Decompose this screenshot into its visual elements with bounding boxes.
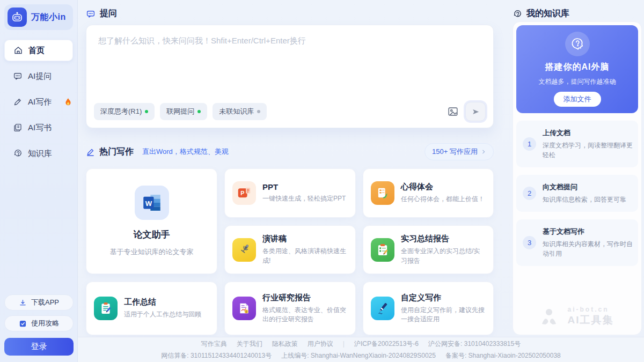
kb-panel-title: 我的知识库 — [526, 8, 569, 19]
sidebar: 万能小in 首页 AI提问 AI写作 AI写书 知识库 下载APP — [0, 0, 78, 362]
footer-netinfo: 网信算备: 310115124334401240013号 — [161, 351, 272, 360]
card-speech[interactable]: 演讲稿 各类用途、风格演讲稿快速生成! — [224, 225, 356, 274]
ai-brain-icon — [565, 32, 590, 56]
sidebar-item-label: AI提问 — [28, 71, 52, 82]
step-desc: 知识库信息检索，回答更可靠 — [543, 195, 634, 204]
more-apps-label: 150+ 写作应用 — [432, 147, 478, 157]
guide-check-icon — [19, 320, 27, 328]
ppt-icon: P — [232, 181, 256, 205]
guide-label: 使用攻略 — [31, 319, 59, 328]
deep-think-toggle[interactable]: 深度思考(R1) — [94, 103, 155, 120]
kb-step-upload: 1 上传文档 深度文档学习，阅读整理翻译更轻松 — [516, 121, 638, 167]
download-app-label: 下载APP — [31, 298, 59, 307]
footer-link-privacy-policy[interactable]: 隐私政策 — [272, 339, 298, 349]
watermark-line2: AI工具集 — [568, 313, 614, 327]
footer-link-about-us[interactable]: 关于我们 — [237, 339, 262, 349]
send-button[interactable] — [465, 102, 486, 121]
footer-link-user-agreement[interactable]: 用户协议 — [308, 339, 333, 349]
footer-link-writing-treasury[interactable]: 写作宝典 — [201, 339, 227, 349]
card-title: 自定义写作 — [401, 293, 486, 303]
svg-text:W: W — [145, 200, 152, 208]
card-desc: 全面专业深入的实习总结/实习报告 — [401, 247, 486, 265]
step-number: 1 — [523, 137, 536, 151]
guide-button[interactable]: 使用攻略 — [4, 315, 74, 331]
report-chart-icon: $ — [232, 297, 256, 320]
app-logo[interactable]: 万能小in — [4, 4, 73, 30]
card-title: 心得体会 — [401, 182, 485, 192]
download-icon — [19, 299, 27, 307]
pencil-icon — [13, 97, 23, 107]
card-desc: 基于专业知识库的论文专家 — [110, 247, 194, 257]
chip-label: 深度思考(R1) — [100, 107, 142, 116]
step-desc: 知识库相关内容素材，写作时自动引用 — [543, 239, 634, 258]
card-ppt[interactable]: P PPT 一键快速生成，轻松搞定PPT — [224, 168, 356, 218]
hot-section-subtitle: 直出Word，格式规范、美观 — [142, 147, 229, 157]
step-number: 2 — [523, 187, 536, 200]
knowledge-icon — [13, 149, 23, 158]
chevron-right-icon — [481, 149, 486, 154]
word-icon: W — [135, 186, 169, 220]
card-internship-report[interactable]: 实习总结报告 全面专业深入的实习总结/实习报告 — [363, 225, 494, 274]
card-desc: 使用自定义写作前，建议先搜一搜合适应用 — [401, 306, 486, 324]
footer-divider: | — [343, 340, 345, 348]
card-desc: 格式规范、表达专业、价值突出的行业研究报告 — [262, 306, 348, 324]
sidebar-item-ai-writing[interactable]: AI写作 — [4, 91, 73, 113]
kb-panel-body: 搭建你的AI外脑 文档越多，提问写作越准确 添加文件 1 上传文档 深度文档学习… — [513, 21, 642, 335]
clipboard-pencil-icon — [94, 297, 118, 320]
ask-icon — [86, 9, 96, 19]
card-title: 行业研究报告 — [262, 293, 348, 303]
web-search-toggle[interactable]: 联网提问 — [160, 103, 207, 120]
status-dot — [197, 110, 201, 113]
login-button[interactable]: 登录 — [4, 338, 74, 356]
sidebar-item-label: AI写书 — [28, 123, 52, 133]
image-icon — [447, 106, 459, 117]
status-dot — [145, 110, 148, 113]
kb-step-write: 3 基于文档写作 知识库相关内容素材，写作时自动引用 — [516, 219, 638, 266]
upload-image-button[interactable] — [447, 106, 459, 117]
kb-step-ask: 2 向文档提问 知识库信息检索，回答更可靠 — [516, 175, 638, 212]
sidebar-item-ai-book[interactable]: AI写书 — [4, 117, 73, 138]
question-input[interactable] — [86, 25, 493, 95]
footer-police-record: 沪公网安备: 31010402333815号 — [428, 339, 521, 349]
step-title: 上传文档 — [543, 128, 634, 138]
sidebar-item-label: 知识库 — [28, 149, 52, 159]
card-desc: 一键快速生成，轻松搞定PPT — [262, 194, 346, 203]
knowledge-base-icon — [513, 9, 522, 19]
card-desc: 适用于个人工作总结与回顾 — [124, 310, 201, 319]
step-title: 向文档提问 — [543, 182, 634, 192]
card-industry-report[interactable]: $ 行业研究报告 格式规范、表达专业、价值突出的行业研究报告 — [224, 282, 356, 335]
home-icon — [13, 46, 23, 55]
download-app-button[interactable]: 下载APP — [4, 294, 74, 311]
card-desc: 各类用途、风格演讲稿快速生成! — [262, 247, 348, 265]
watermark-line1: ai-bot.cn — [568, 306, 614, 313]
microphone-icon — [232, 238, 256, 262]
sidebar-item-ai-ask[interactable]: AI提问 — [4, 65, 73, 87]
card-title: 实习总结报告 — [401, 234, 486, 244]
sidebar-item-home[interactable]: 首页 — [4, 40, 73, 61]
sidebar-item-label: AI写作 — [28, 97, 52, 107]
pen-icon — [371, 297, 394, 320]
svg-text:$: $ — [246, 310, 247, 313]
app-title: 万能小in — [31, 12, 66, 23]
main-area: 提问 深度思考(R1) 联网提问 未联知识库 — [86, 0, 494, 362]
card-title: 论文助手 — [134, 228, 170, 241]
footer-record-no: 备案号: Shanghai-Xiaoin-202502050038 — [445, 351, 561, 360]
more-apps-button[interactable]: 150+ 写作应用 — [425, 143, 494, 160]
add-file-button[interactable]: 添加文件 — [554, 92, 601, 107]
card-paper-assistant[interactable]: W 论文助手 基于专业知识库的论文专家 — [86, 168, 217, 274]
footer-icp: 沪ICP备20022513号-6 — [354, 339, 419, 349]
watermark: ai-bot.cn AI工具集 — [513, 306, 641, 327]
card-work-summary[interactable]: 工作总结 适用于个人工作总结与回顾 — [86, 282, 217, 335]
card-custom-writing[interactable]: 自定义写作 使用自定义写作前，建议先搜一搜合适应用 — [363, 282, 494, 335]
step-title: 基于文档写作 — [543, 227, 634, 237]
kb-link-toggle[interactable]: 未联知识库 — [213, 103, 267, 120]
knowledge-panel: 我的知识库 搭建你的AI外脑 文档越多，提问写作越准确 添加文件 1 上传文档 … — [507, 0, 644, 362]
card-reflections[interactable]: 心得体会 任何心得体会，都能上价值！ — [363, 168, 494, 218]
hot-section-title: 热门写作 — [99, 146, 134, 158]
sidebar-item-knowledge-base[interactable]: 知识库 — [4, 143, 73, 164]
step-desc: 深度文档学习，阅读整理翻译更轻松 — [543, 141, 634, 160]
ask-section-title: 提问 — [100, 8, 117, 19]
kb-promo-card: 搭建你的AI外脑 文档越多，提问写作越准确 添加文件 — [516, 25, 638, 113]
sidebar-item-label: 首页 — [28, 46, 45, 56]
ai-bot-logo-icon — [541, 308, 564, 325]
